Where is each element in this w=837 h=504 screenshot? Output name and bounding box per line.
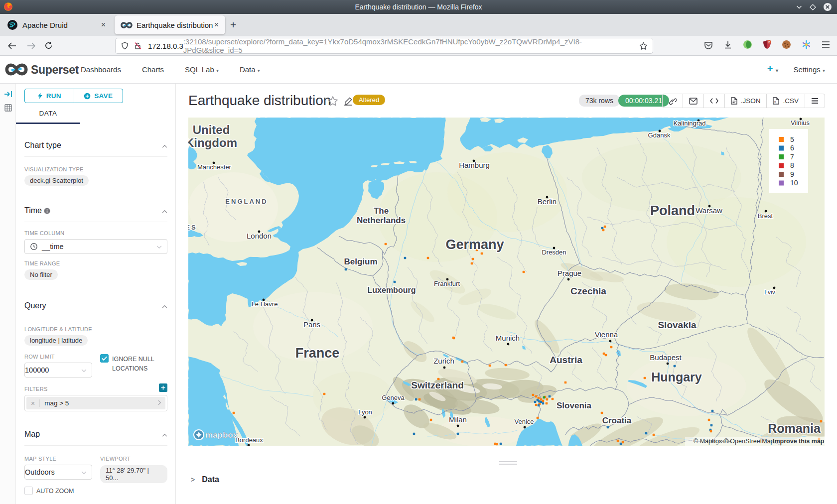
svg-text:Germany: Germany [445,237,504,252]
svg-text:Hamburg: Hamburg [459,161,490,169]
svg-text:Slovakia: Slovakia [658,320,697,330]
svg-text:Belgium: Belgium [344,257,377,266]
svg-text:8: 8 [790,161,794,169]
svg-text:The: The [374,206,389,216]
svg-text:Munich: Munich [496,334,520,342]
svg-text:Milan: Milan [449,415,467,424]
svg-text:Paris: Paris [303,320,320,329]
svg-text:Zurich: Zurich [433,357,454,365]
svg-text:ENGLAND: ENGLAND [225,198,268,205]
svg-text:Warsaw: Warsaw [696,206,722,215]
svg-text:6: 6 [790,144,794,152]
svg-text:7: 7 [790,153,794,161]
svg-text:Lyon: Lyon [358,408,372,416]
svg-text:Berlin: Berlin [538,197,557,206]
svg-text:2: 2 [768,40,770,44]
svg-text:Hungary: Hungary [651,370,702,384]
svg-text:Manchester: Manchester [197,163,232,171]
svg-text:5: 5 [790,135,794,143]
svg-text:Luxembourg: Luxembourg [368,286,416,294]
svg-text:Vilnius: Vilnius [791,119,810,126]
svg-text:France: France [295,346,340,361]
svg-text:London: London [247,232,272,240]
svg-text:Netherlands: Netherlands [357,216,406,225]
svg-text:Budapest: Budapest [650,353,682,362]
svg-text:Lviv: Lviv [764,289,775,296]
svg-text:mapbox: mapbox [205,430,238,440]
svg-text:Vienna: Vienna [595,330,618,339]
svg-text:Kaliningrad: Kaliningrad [673,120,705,127]
svg-text:Venice: Venice [514,418,534,425]
svg-text:United: United [193,123,230,136]
svg-text:Le Havre: Le Havre [252,300,278,308]
svg-text:Czechia: Czechia [570,286,606,296]
svg-text:Austria: Austria [550,355,582,365]
svg-text:ES: ES [188,224,197,231]
svg-text:Switzerland: Switzerland [411,380,464,390]
svg-text:Bordeaux: Bordeaux [235,436,263,444]
svg-text:© Mapbox © OpenStreetMap: © Mapbox © OpenStreetMap [694,438,774,445]
svg-text:x: x [774,100,776,104]
svg-text:Kingdom: Kingdom [188,136,237,149]
svg-text:Prague: Prague [558,269,581,277]
svg-text:9: 9 [790,170,794,178]
svg-text:Geneva: Geneva [382,394,405,401]
svg-text:Slovenia: Slovenia [557,401,591,410]
svg-text:Poland: Poland [650,203,695,218]
svg-text:Brest: Brest [758,212,773,220]
svg-text:Gdansk: Gdansk [648,131,671,139]
svg-text:Improve this map: Improve this map [773,438,825,445]
svg-text:Frankfurt: Frankfurt [434,280,460,287]
svg-text:Romania: Romania [768,421,821,435]
svg-text:10: 10 [790,179,798,187]
svg-text:Dresden: Dresden [542,249,566,256]
svg-text:Croatia: Croatia [602,416,632,425]
